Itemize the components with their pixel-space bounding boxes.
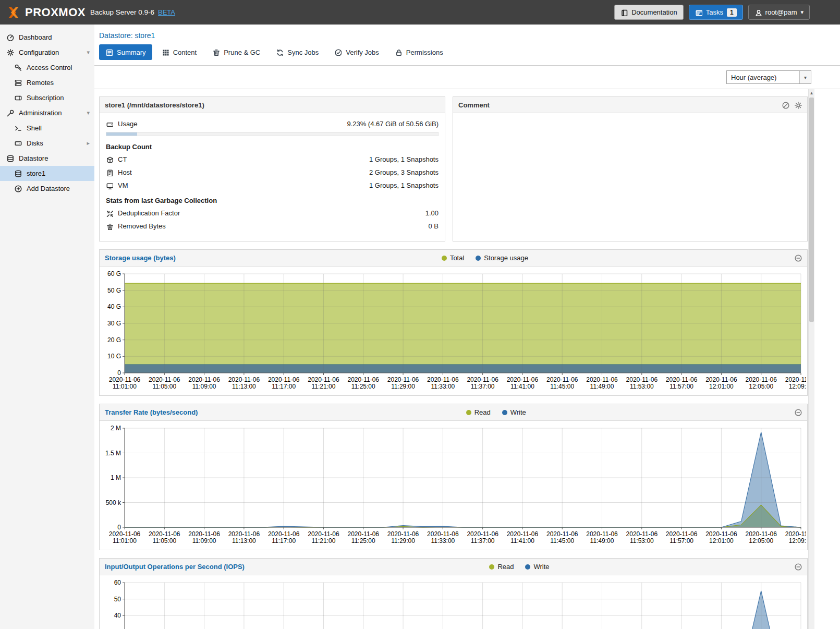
host-icon xyxy=(106,169,113,176)
main-content: Datastore: store1 Summary Content Prune … xyxy=(94,25,840,629)
ticket-icon xyxy=(14,94,22,102)
svg-text:500 k: 500 k xyxy=(106,499,121,506)
legend-item-write[interactable]: Write xyxy=(497,407,531,417)
page-title: Datastore: store1 xyxy=(99,31,155,40)
scrollbar-thumb[interactable] xyxy=(809,98,814,322)
minus-circle-icon[interactable] xyxy=(794,563,802,571)
vertical-scrollbar[interactable]: ▲ xyxy=(808,89,814,629)
svg-text:2020-11-06: 2020-11-06 xyxy=(427,376,459,383)
chevron-down-icon[interactable]: ▾ xyxy=(87,50,90,55)
tab-content[interactable]: Content xyxy=(155,44,203,60)
svg-text:11:33:00: 11:33:00 xyxy=(431,537,455,545)
tab-permissions[interactable]: Permissions xyxy=(388,44,449,60)
gear-icon[interactable] xyxy=(794,101,802,109)
svg-text:2020-11-06: 2020-11-06 xyxy=(785,376,806,383)
monitor-icon xyxy=(106,182,113,189)
storage-usage-panel: Storage usage (bytes) Total Storage usag… xyxy=(99,249,808,396)
sidebar-item-configuration[interactable]: Configuration ▾ xyxy=(0,45,94,60)
svg-text:11:53:00: 11:53:00 xyxy=(630,383,654,390)
svg-text:2 M: 2 M xyxy=(111,425,121,432)
svg-text:1.5 M: 1.5 M xyxy=(105,450,121,457)
svg-text:12:09:00: 12:09:00 xyxy=(789,537,806,545)
sidebar-item-subscription[interactable]: Subscription xyxy=(0,90,94,105)
gear-icon xyxy=(6,49,14,56)
sidebar-item-add-datastore[interactable]: Add Datastore xyxy=(0,181,94,196)
legend-item-read[interactable]: Read xyxy=(484,562,518,572)
svg-text:2020-11-06: 2020-11-06 xyxy=(308,376,339,383)
svg-text:2020-11-06: 2020-11-06 xyxy=(109,530,141,538)
svg-text:11:01:00: 11:01:00 xyxy=(113,537,137,545)
svg-text:50 G: 50 G xyxy=(107,287,121,294)
svg-text:50: 50 xyxy=(114,596,121,603)
minus-circle-icon[interactable] xyxy=(794,254,802,262)
sidebar-item-access-control[interactable]: Access Control xyxy=(0,60,94,75)
transfer-rate-header: Transfer Rate (bytes/second) Read Write xyxy=(100,404,807,421)
svg-text:2020-11-06: 2020-11-06 xyxy=(348,376,380,383)
slash-circle-icon[interactable] xyxy=(782,101,789,109)
svg-text:11:25:00: 11:25:00 xyxy=(351,537,375,545)
svg-text:2020-11-06: 2020-11-06 xyxy=(387,376,419,383)
beta-link[interactable]: BETA xyxy=(158,8,175,16)
scroll-up-arrow-icon[interactable]: ▲ xyxy=(809,89,814,96)
vm-count-row: VM 1 Groups, 1 Snapshots xyxy=(106,179,439,192)
svg-text:11:45:00: 11:45:00 xyxy=(550,383,574,390)
svg-text:2020-11-06: 2020-11-06 xyxy=(507,376,539,383)
svg-text:11:41:00: 11:41:00 xyxy=(510,537,534,545)
svg-text:11:21:00: 11:21:00 xyxy=(312,383,336,390)
server-icon xyxy=(14,79,22,87)
total-legend-dot xyxy=(442,256,447,261)
svg-text:2020-11-06: 2020-11-06 xyxy=(467,376,498,383)
tab-prune-gc[interactable]: Prune & GC xyxy=(206,44,266,60)
svg-text:2020-11-06: 2020-11-06 xyxy=(308,530,339,538)
comment-panel-header: Comment xyxy=(453,97,807,113)
hard-disk-icon xyxy=(106,120,113,128)
tab-verify-jobs[interactable]: Verify Jobs xyxy=(328,44,385,60)
svg-text:30 G: 30 G xyxy=(107,320,121,327)
sidebar-item-datastore[interactable]: Datastore xyxy=(0,151,94,166)
documentation-button[interactable]: Documentation xyxy=(614,5,683,20)
chevron-down-icon[interactable]: ▾ xyxy=(87,110,90,116)
sidebar-item-administration[interactable]: Administration ▾ xyxy=(0,105,94,120)
terminal-icon xyxy=(14,124,22,132)
cube-icon xyxy=(106,156,113,163)
read-legend-dot xyxy=(466,410,471,415)
time-range-select[interactable]: Hour (average) ▾ xyxy=(726,70,811,84)
transfer-rate-title: Transfer Rate (bytes/second) xyxy=(105,408,198,416)
usage-value: 9.23% (4.67 GiB of 50.56 GiB) xyxy=(347,120,439,128)
sidebar-item-dashboard[interactable]: Dashboard xyxy=(0,30,94,45)
usage-progress-fill xyxy=(106,132,137,136)
legend-item-total[interactable]: Total xyxy=(437,253,469,263)
sidebar-item-remotes[interactable]: Remotes xyxy=(0,75,94,90)
minus-circle-icon[interactable] xyxy=(794,408,802,416)
proxmox-x-mark xyxy=(6,5,21,20)
sidebar-item-disks[interactable]: Disks ▸ xyxy=(0,136,94,151)
svg-text:2020-11-06: 2020-11-06 xyxy=(666,530,698,538)
svg-text:40 G: 40 G xyxy=(107,303,121,310)
summary-panel-header: store1 (/mnt/datastores/store1) xyxy=(100,97,445,113)
tab-sync-jobs[interactable]: Sync Jobs xyxy=(270,44,325,60)
gauge-icon xyxy=(6,33,14,41)
tasks-icon xyxy=(695,9,702,16)
legend-item-write[interactable]: Write xyxy=(520,562,554,572)
chevron-right-icon[interactable]: ▸ xyxy=(87,140,90,146)
legend-item-read[interactable]: Read xyxy=(461,407,495,417)
storage-usage-title: Storage usage (bytes) xyxy=(105,254,176,262)
svg-text:11:49:00: 11:49:00 xyxy=(590,383,614,390)
comment-panel-title: Comment xyxy=(458,101,490,109)
brand-name: PROXMOX xyxy=(25,6,86,19)
user-menu-button[interactable]: root@pam ▾ xyxy=(748,5,810,20)
tab-summary[interactable]: Summary xyxy=(99,44,152,60)
svg-text:2020-11-06: 2020-11-06 xyxy=(507,530,539,538)
key-icon xyxy=(14,64,22,71)
tasks-button[interactable]: Tasks 1 xyxy=(689,5,743,20)
svg-text:20 G: 20 G xyxy=(107,336,121,344)
sidebar-item-store1[interactable]: store1 xyxy=(0,166,94,181)
iops-chart: 01020304050602020-11-0611:01:002020-11-0… xyxy=(101,578,806,629)
product-version: Backup Server 0.9-6 xyxy=(90,8,154,16)
chevron-down-icon[interactable]: ▾ xyxy=(799,71,811,83)
svg-text:2020-11-06: 2020-11-06 xyxy=(228,530,260,538)
legend-item-storage-usage[interactable]: Storage usage xyxy=(471,253,533,263)
svg-text:11:29:00: 11:29:00 xyxy=(391,537,415,545)
svg-text:12:01:00: 12:01:00 xyxy=(709,383,734,390)
sidebar-item-shell[interactable]: Shell xyxy=(0,120,94,136)
